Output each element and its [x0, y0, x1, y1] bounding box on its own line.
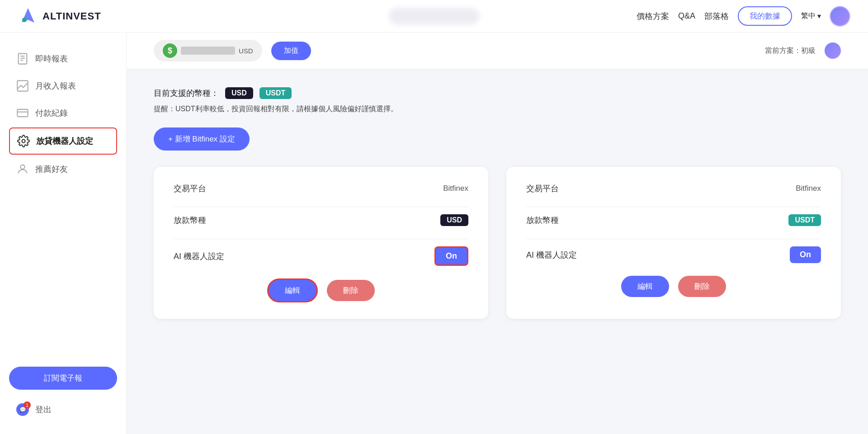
user-avatar [830, 6, 850, 26]
edit-button-2[interactable]: 編輯 [621, 276, 669, 297]
navbar: ALTINVEST 價格方案 Q&A 部落格 我的數據 繁中 ▾ [0, 0, 868, 33]
logo-icon [18, 6, 38, 26]
usd-label: USD [239, 47, 253, 55]
lang-label: 繁中 [801, 11, 816, 21]
divider-2b [526, 239, 821, 239]
sidebar-item-monthly-report[interactable]: 月收入報表 [9, 73, 117, 99]
svg-rect-2 [19, 53, 27, 64]
currencies-label: 目前支援的幣種： [154, 88, 219, 99]
notification-badge: 1 [24, 401, 31, 409]
gear-icon [17, 135, 30, 147]
content-area: $ USD 加值 當前方案：初級 目前支援的幣種： USD USDT 提醒：US… [127, 33, 868, 434]
content-topbar: $ USD 加值 當前方案：初級 [127, 33, 868, 69]
divider-2a [526, 207, 821, 207]
currency-badge-usd: USD [440, 214, 468, 226]
plan-dot [825, 42, 841, 59]
svg-point-1 [22, 18, 27, 22]
platform-value-1: Bitfinex [443, 184, 468, 193]
nav-link-blog[interactable]: 部落格 [704, 11, 729, 22]
logo-area: ALTINVEST [18, 6, 101, 26]
sidebar: 即時報表 月收入報表 付款紀錄 放貸機器人設定 [0, 33, 127, 434]
on-badge-1[interactable]: On [434, 246, 468, 266]
robot-label-1: AI 機器人設定 [174, 251, 224, 262]
main-layout: 即時報表 月收入報表 付款紀錄 放貸機器人設定 [0, 33, 868, 434]
usdt-badge: USDT [259, 87, 292, 99]
svg-rect-6 [17, 80, 28, 91]
divider-1a [174, 207, 468, 207]
sidebar-item-robot-settings[interactable]: 放貸機器人設定 [9, 127, 117, 155]
sidebar-item-realtime-report[interactable]: 即時報表 [9, 46, 117, 71]
currencies-section: 目前支援的幣種： USD USDT 提醒：USDT利率較低，投資回報相對有限，請… [154, 87, 841, 114]
add-bitfinex-button[interactable]: + 新增 Bitfinex 設定 [154, 127, 250, 151]
card-usd: 交易平台 Bitfinex 放款幣種 USD AI 機器人設定 On 編輯 刪除 [154, 167, 488, 319]
balance-pill: $ USD [154, 40, 262, 61]
chart-icon [16, 80, 29, 92]
reminder-text: 提醒：USDT利率較低，投資回報相對有限，請根據個人風險偏好謹慎選擇。 [154, 104, 841, 114]
currency-label-1: 放款幣種 [174, 215, 206, 226]
logout-label: 登出 [35, 404, 52, 415]
topup-button[interactable]: 加值 [271, 42, 311, 60]
nav-right: 價格方案 Q&A 部落格 我的數據 繁中 ▾ [637, 6, 850, 26]
platform-row-2: 交易平台 Bitfinex [526, 183, 821, 194]
sidebar-label-refer: 推薦好友 [35, 164, 68, 175]
sidebar-item-refer-friend[interactable]: 推薦好友 [9, 156, 117, 182]
edit-button-1[interactable]: 編輯 [267, 278, 318, 302]
sidebar-label-realtime: 即時報表 [35, 53, 68, 64]
robot-label-2: AI 機器人設定 [526, 250, 577, 260]
nav-link-pricing[interactable]: 價格方案 [637, 11, 669, 22]
currency-row-2: 放款幣種 USDT [526, 214, 821, 226]
card-actions-2: 編輯 刪除 [526, 276, 821, 297]
divider-1b [174, 239, 468, 239]
person-icon [16, 163, 29, 175]
dollar-icon: $ [163, 43, 177, 58]
nav-center [389, 8, 479, 24]
currency-row-1: 放款幣種 USD [174, 214, 468, 226]
currency-row: 目前支援的幣種： USD USDT [154, 87, 841, 99]
sidebar-item-payment[interactable]: 付款紀錄 [9, 100, 117, 126]
sidebar-label-monthly: 月收入報表 [35, 80, 76, 91]
delete-button-1[interactable]: 刪除 [327, 280, 375, 301]
platform-label-2: 交易平台 [526, 183, 559, 194]
my-data-button[interactable]: 我的數據 [738, 6, 792, 26]
on-badge-2[interactable]: On [790, 246, 821, 263]
document-icon [16, 52, 29, 65]
sidebar-label-robot: 放貸機器人設定 [36, 136, 93, 146]
logo-text: ALTINVEST [42, 10, 101, 22]
currency-label-2: 放款幣種 [526, 215, 559, 226]
platform-row-1: 交易平台 Bitfinex [174, 183, 468, 194]
card-usdt: 交易平台 Bitfinex 放款幣種 USDT AI 機器人設定 On 編輯 刪… [506, 167, 841, 319]
chevron-down-icon: ▾ [817, 12, 821, 20]
lang-selector[interactable]: 繁中 ▾ [801, 11, 821, 21]
sidebar-label-payment: 付款紀錄 [35, 108, 68, 118]
svg-point-9 [22, 140, 25, 143]
svg-rect-7 [17, 109, 28, 117]
platform-label-1: 交易平台 [174, 183, 206, 194]
logout-area[interactable]: 💬 1 登出 [9, 399, 117, 420]
cards-row: 交易平台 Bitfinex 放款幣種 USD AI 機器人設定 On 編輯 刪除 [154, 167, 841, 319]
plan-label: 當前方案：初級 [765, 46, 816, 56]
subscribe-button[interactable]: 訂閱電子報 [9, 367, 117, 390]
platform-value-2: Bitfinex [796, 184, 821, 193]
card-actions-1: 編輯 刪除 [174, 278, 468, 302]
robot-row-1: AI 機器人設定 On [174, 246, 468, 266]
chat-icon: 💬 1 [16, 403, 29, 416]
usd-badge: USD [225, 87, 253, 99]
robot-row-2: AI 機器人設定 On [526, 246, 821, 263]
svg-point-10 [20, 165, 24, 169]
delete-button-2[interactable]: 刪除 [678, 276, 726, 297]
currency-badge-usdt: USDT [788, 214, 821, 226]
nav-link-qa[interactable]: Q&A [678, 11, 695, 21]
card-icon [16, 107, 29, 119]
balance-amount-blurred [181, 47, 235, 55]
